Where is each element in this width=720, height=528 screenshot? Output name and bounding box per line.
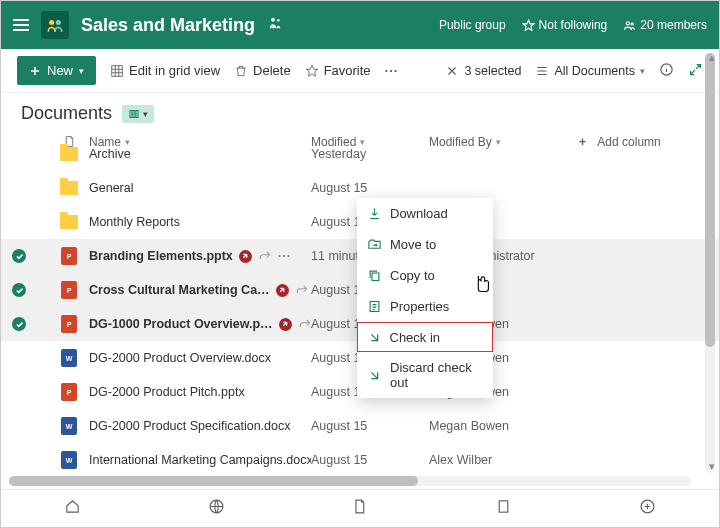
scroll-up-icon[interactable]: ▴ [709, 51, 715, 64]
file-name[interactable]: DG-2000 Product Pitch.pptx [81, 385, 311, 399]
overflow-button[interactable]: ··· [385, 63, 399, 78]
favorite-button[interactable]: Favorite [305, 63, 371, 78]
suite-header: Sales and Marketing Public group Not fol… [1, 1, 719, 49]
column-modified-by[interactable]: Modified By▾ [429, 135, 579, 149]
svg-point-0 [49, 20, 54, 25]
menu-move-to[interactable]: Move to [357, 229, 493, 260]
teams-icon[interactable] [267, 15, 283, 35]
file-name[interactable]: DG-2000 Product Overview.docx [81, 351, 311, 365]
nav-home-icon[interactable] [64, 498, 81, 519]
modified-by-cell: Alex Wilber [429, 453, 579, 467]
nav-add-icon[interactable] [639, 498, 656, 519]
svg-rect-8 [130, 110, 132, 117]
docx-icon: W [57, 349, 81, 367]
file-name[interactable]: Cross Cultural Marketing Ca…··· [81, 283, 311, 297]
svg-point-2 [271, 18, 275, 22]
checked-out-icon [276, 284, 289, 297]
command-bar: New ▾ Edit in grid view Delete Favorite … [1, 49, 719, 93]
svg-rect-9 [133, 110, 135, 117]
delete-button[interactable]: Delete [234, 63, 291, 78]
nav-global-icon[interactable] [208, 498, 225, 519]
share-icon[interactable] [298, 317, 311, 331]
bottom-nav [1, 489, 719, 527]
modified-cell: August 15 [311, 181, 429, 195]
library-header: Documents ▾ [1, 93, 719, 128]
file-name[interactable]: Monthly Reports [81, 215, 311, 229]
vertical-scrollbar[interactable] [705, 53, 715, 473]
menu-discard-check-out[interactable]: Discard check out [357, 352, 493, 398]
privacy-label: Public group [439, 18, 506, 32]
svg-point-5 [631, 22, 633, 24]
document-list: Name▾ Modified▾ Modified By▾ + Add colum… [1, 128, 719, 494]
menu-check-in[interactable]: Check in [357, 322, 493, 352]
svg-rect-10 [136, 110, 138, 117]
file-name[interactable]: General [81, 181, 311, 195]
folder-icon [57, 147, 81, 161]
selected-check-icon[interactable] [12, 317, 26, 331]
svg-point-4 [627, 21, 630, 24]
modified-cell: August 15 [311, 453, 429, 467]
selection-count[interactable]: 3 selected [445, 64, 521, 78]
share-icon[interactable] [295, 283, 309, 297]
modified-cell: August 15 [311, 419, 429, 433]
file-name[interactable]: International Marketing Campaigns.docx [81, 453, 311, 467]
follow-button[interactable]: Not following [522, 18, 608, 32]
site-logo[interactable] [41, 11, 69, 39]
members-button[interactable]: 20 members [623, 18, 707, 32]
selected-check-icon[interactable] [12, 283, 26, 297]
nav-doc-icon[interactable] [351, 498, 368, 519]
svg-rect-11 [372, 273, 379, 281]
pptx-icon: P [57, 383, 81, 401]
docx-icon: W [57, 417, 81, 435]
checked-out-icon [239, 250, 252, 263]
pptx-icon: P [57, 247, 81, 265]
file-name[interactable]: Archive [81, 147, 311, 161]
file-name[interactable]: Branding Elements.pptx··· [81, 249, 311, 263]
context-menu: Download Move to Copy to Properties Chec… [357, 198, 493, 398]
info-icon[interactable] [659, 62, 674, 80]
folder-icon [57, 215, 81, 229]
menu-copy-to[interactable]: Copy to [357, 260, 493, 291]
share-icon[interactable] [258, 249, 272, 263]
folder-icon [57, 181, 81, 195]
nav-page-icon[interactable] [495, 498, 512, 519]
edit-grid-button[interactable]: Edit in grid view [110, 63, 220, 78]
file-name[interactable]: DG-2000 Product Specification.docx [81, 419, 311, 433]
menu-download[interactable]: Download [357, 198, 493, 229]
pptx-icon: P [57, 281, 81, 299]
docx-icon: W [57, 451, 81, 469]
selected-check-icon[interactable] [12, 249, 26, 263]
modified-by-cell: Megan Bowen [429, 419, 579, 433]
checked-out-icon [279, 318, 292, 331]
modified-cell: Yesterday [311, 147, 429, 161]
scroll-down-icon[interactable]: ▾ [709, 460, 715, 473]
list-item[interactable]: WDG-2000 Product Specification.docxAugus… [1, 409, 719, 443]
svg-rect-6 [112, 65, 123, 76]
expand-icon[interactable] [688, 62, 703, 80]
view-chip[interactable]: ▾ [122, 105, 154, 123]
hamburger-icon[interactable] [13, 19, 29, 31]
horizontal-scrollbar[interactable] [9, 476, 691, 486]
list-item[interactable]: WInternational Marketing Campaigns.docxA… [1, 443, 719, 477]
pptx-icon: P [57, 315, 81, 333]
site-title[interactable]: Sales and Marketing [81, 15, 255, 36]
menu-properties[interactable]: Properties [357, 291, 493, 322]
file-name[interactable]: DG-1000 Product Overview.p…··· [81, 317, 311, 331]
column-add[interactable]: + Add column [579, 135, 699, 149]
svg-rect-14 [499, 501, 508, 512]
row-overflow-icon[interactable]: ··· [278, 249, 291, 263]
view-switcher[interactable]: All Documents ▾ [535, 64, 645, 78]
svg-point-3 [277, 19, 280, 22]
new-button[interactable]: New ▾ [17, 56, 96, 85]
library-title: Documents [21, 103, 112, 124]
svg-point-1 [56, 20, 61, 25]
